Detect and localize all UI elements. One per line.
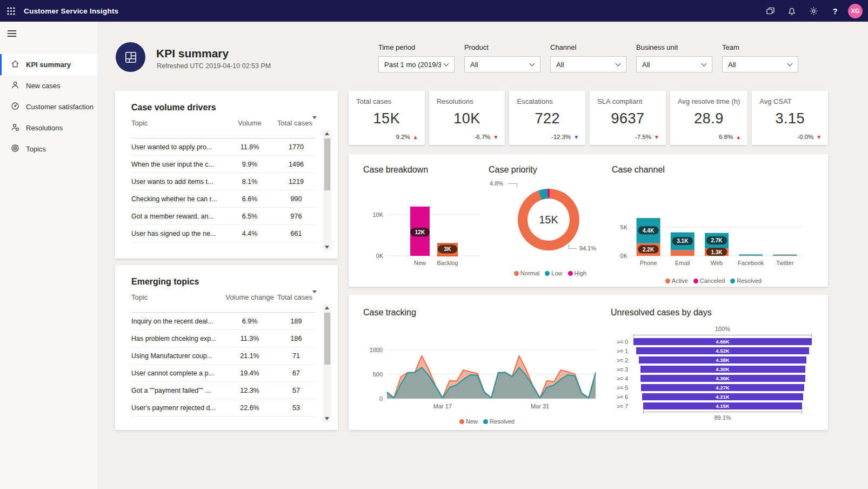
scrollbar[interactable]: [323, 304, 331, 422]
case-channel-chart[interactable]: 0K5KPhoneEmailWebFacebookTwitter4.4K2.2K…: [612, 175, 815, 277]
legend-item[interactable]: Canceled: [693, 277, 725, 284]
table-row[interactable]: Inquiry on the recent deal... 6.9% 189: [131, 313, 315, 330]
table-row[interactable]: User wants to add items t... 8.1% 1219: [131, 173, 315, 190]
column-header-sorted[interactable]: Total cases: [277, 293, 315, 310]
legend-item[interactable]: New: [459, 418, 478, 425]
legend-item[interactable]: Normal: [514, 270, 539, 276]
svg-text:3K: 3K: [444, 246, 452, 252]
legend-item[interactable]: Active: [665, 277, 688, 284]
funnel-row[interactable]: >= 1 4.52K: [611, 346, 815, 355]
funnel-row[interactable]: >= 5 4.27K: [611, 383, 815, 392]
funnel-category: >= 4: [611, 375, 633, 382]
filter-dropdown[interactable]: All: [464, 56, 540, 72]
sidebar-item-topics[interactable]: Topics: [0, 138, 97, 160]
sidebar-item-kpi-summary[interactable]: KPI summary: [0, 54, 97, 75]
svg-text:2.2K: 2.2K: [643, 247, 655, 253]
table-row[interactable]: Using Manufacturer coup... 21.1% 71: [131, 347, 315, 365]
kpi-card[interactable]: Total cases 15K 9.2%▲: [349, 91, 425, 145]
case-volume-drivers-table: Topic Volume Total cases User wanted to …: [131, 119, 315, 242]
table-row[interactable]: Checking whether he can r... 6.6% 990: [131, 190, 315, 208]
svg-text:Mar 17: Mar 17: [433, 403, 452, 409]
case-priority-chart[interactable]: 4.8% 15K 94.1%: [489, 181, 597, 262]
filter-dropdown[interactable]: Past 1 mo (2019/3/9-2019/...: [378, 56, 455, 72]
scroll-thumb: [324, 138, 330, 190]
filter-dropdown[interactable]: All: [636, 56, 712, 72]
table-row[interactable]: User cannot complete a p... 19.4% 67: [131, 365, 315, 382]
filter-label: Team: [722, 43, 798, 51]
kpi-card[interactable]: Avg CSAT 3.15 -0.0%▼: [752, 91, 828, 145]
funnel-row[interactable]: >= 7 4.15K: [611, 401, 815, 411]
svg-text:Web: Web: [711, 260, 723, 266]
sort-desc-icon: [312, 290, 317, 301]
funnel-bar: 4.38K: [639, 356, 806, 364]
funnel-row[interactable]: >= 0 4.66K: [611, 337, 815, 346]
workspace-icon[interactable]: [762, 2, 779, 19]
table-row[interactable]: When the user input the c... 9.9% 1496: [131, 156, 315, 173]
legend-item[interactable]: Low: [545, 270, 562, 276]
sidebar-item-resolutions[interactable]: Resolutions: [0, 117, 97, 138]
table-row[interactable]: User's paymenr rejected d... 22.6% 53: [131, 399, 315, 417]
scroll-down-icon: [325, 417, 329, 420]
kpi-label: Avg resolve time (h): [678, 97, 740, 105]
legend-dot: [568, 271, 573, 276]
unresolved-funnel-chart[interactable]: 100% >= 0 4.66K >= 1 4.52K >= 2 4.38K >=…: [611, 325, 815, 422]
filter-bar: Time period Past 1 mo (2019/3/9-2019/...…: [378, 43, 798, 72]
column-header[interactable]: Volume: [222, 119, 277, 136]
funnel-bar: 4.52K: [636, 347, 809, 354]
table-row[interactable]: User wanted to apply pro... 11.8% 1770: [131, 138, 315, 156]
avatar[interactable]: XG: [848, 4, 863, 18]
funnel-row[interactable]: >= 3 4.30K: [611, 365, 815, 374]
svg-text:Backlog: Backlog: [437, 260, 458, 266]
legend-item[interactable]: High: [568, 270, 587, 276]
sidebar-item-new-cases[interactable]: New cases: [0, 75, 97, 96]
funnel-row[interactable]: >= 6 4.21K: [611, 392, 815, 401]
filter-dropdown[interactable]: All: [550, 56, 626, 72]
legend-dot: [730, 279, 735, 283]
chevron-down-icon: [787, 61, 793, 67]
chevron-down-icon: [702, 61, 707, 67]
column-header[interactable]: Volume change: [222, 293, 277, 310]
filter-dropdown[interactable]: All: [722, 56, 798, 72]
menu-toggle-button[interactable]: [0, 23, 24, 44]
filter-value: Past 1 mo (2019/3/9-2019/...: [384, 61, 441, 69]
app-launcher-icon[interactable]: [0, 0, 22, 22]
case-breakdown-chart[interactable]: 0K10K12KNew3KBacklog: [363, 175, 489, 277]
column-header[interactable]: Topic: [131, 119, 222, 136]
kpi-card[interactable]: SLA compliant 9637 -7.5%▼: [590, 91, 666, 145]
table-row[interactable]: Got a member reward, an... 6.5% 976: [131, 208, 315, 225]
funnel-bar: 4.30K: [640, 366, 805, 373]
table-row[interactable]: Got a ""payment failed"" ... 12.3% 57: [131, 382, 315, 399]
refresh-timestamp: Refreshed UTC 2019-04-10 02:53 PM: [157, 62, 271, 70]
trend-arrow-icon: ▲: [413, 134, 418, 140]
case-priority-section: Case priority 4.8% 15K 94.1% NormalLowHi…: [489, 165, 612, 281]
kpi-delta: 6.8%▲: [719, 134, 741, 140]
trend-arrow-icon: ▼: [573, 134, 579, 140]
filter-label: Business unit: [636, 43, 712, 51]
sidebar-item-customer-satisfaction[interactable]: Customer satisfaction: [0, 96, 97, 117]
customer-service-insights-app: Customer Service Insights ?: [0, 0, 868, 489]
kpi-card[interactable]: Avg resolve time (h) 28.9 6.8%▲: [670, 91, 747, 145]
funnel-bar: 4.30K: [640, 375, 805, 382]
kpi-card[interactable]: Escalations 722 -12.3%▼: [509, 91, 585, 145]
table-row[interactable]: User has signed up the ne... 4.4% 661: [131, 225, 315, 242]
settings-icon[interactable]: [805, 2, 822, 19]
tracking-card: Case tracking 05001000Mar 17Mar 31 NewRe…: [349, 295, 828, 430]
kpi-card[interactable]: Resolutions 10K -6.7%▼: [429, 91, 505, 145]
table-row[interactable]: Has problem chceking exp... 11.3% 186: [131, 330, 315, 347]
legend-item[interactable]: Resolved: [730, 277, 762, 284]
chart-title: Case tracking: [363, 308, 611, 318]
funnel-row[interactable]: >= 4 4.30K: [611, 374, 815, 383]
help-icon[interactable]: ?: [826, 2, 844, 19]
legend-item[interactable]: Resolved: [483, 418, 515, 425]
svg-text:Email: Email: [675, 260, 690, 266]
notifications-icon[interactable]: [783, 2, 800, 19]
svg-text:Facebook: Facebook: [738, 260, 764, 266]
scrollbar[interactable]: [323, 130, 331, 251]
case-tracking-chart[interactable]: 05001000Mar 17Mar 31: [363, 318, 611, 417]
funnel-row[interactable]: >= 2 4.38K: [611, 355, 815, 365]
donut[interactable]: 15K: [518, 189, 579, 250]
svg-text:3.1K: 3.1K: [677, 238, 689, 244]
column-header-sorted[interactable]: Total cases: [277, 119, 315, 136]
column-header[interactable]: Topic: [131, 293, 222, 310]
case-tracking-section: Case tracking 05001000Mar 17Mar 31 NewRe…: [363, 308, 611, 425]
